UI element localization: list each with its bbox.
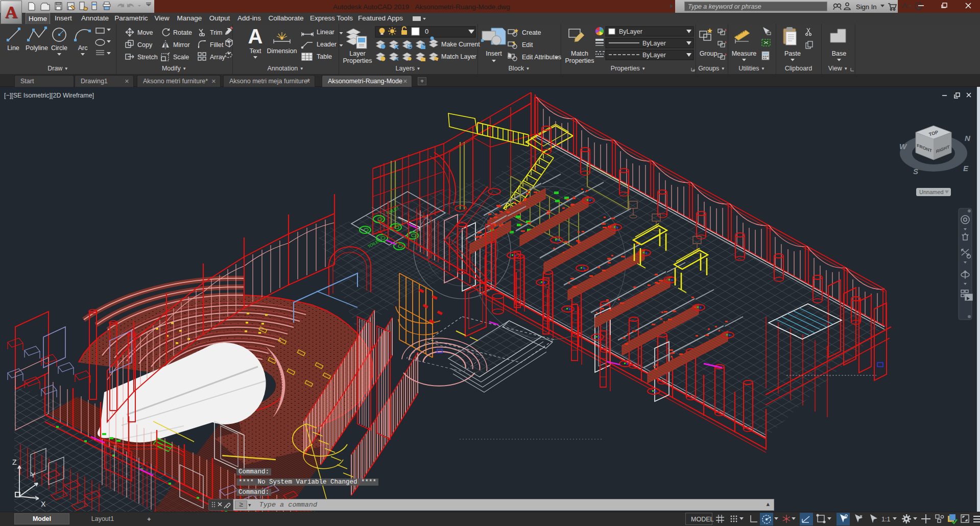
svg-text:Measure: Measure <box>732 50 757 57</box>
svg-text:[−][SE Isometric][2D Wireframe: [−][SE Isometric][2D Wireframe] <box>4 92 94 99</box>
svg-text:X: X <box>41 500 46 508</box>
svg-text:E: E <box>963 164 969 173</box>
svg-text:0: 0 <box>425 28 428 35</box>
svg-text:Insert: Insert <box>486 50 502 57</box>
svg-text:Group: Group <box>700 50 718 57</box>
svg-text:Make Current: Make Current <box>441 41 480 48</box>
svg-text:Polyline: Polyline <box>26 44 48 52</box>
svg-text:Properties: Properties <box>565 57 594 64</box>
svg-text:Y: Y <box>31 471 36 479</box>
svg-text:A: A <box>248 25 263 47</box>
svg-text:MODEL: MODEL <box>691 516 714 523</box>
svg-text:Layer: Layer <box>349 50 365 57</box>
svg-text:Scale: Scale <box>173 54 189 61</box>
svg-text:Unnamed: Unnamed <box>919 189 944 195</box>
svg-text:Dimension: Dimension <box>267 47 297 55</box>
svg-text:ByLayer: ByLayer <box>642 52 666 59</box>
svg-text:S: S <box>913 167 918 176</box>
svg-text:Line: Line <box>7 44 19 52</box>
svg-text:Properties: Properties <box>343 57 372 64</box>
svg-text:ByLayer: ByLayer <box>619 28 642 35</box>
svg-text:Create: Create <box>522 29 541 36</box>
svg-text:Circle: Circle <box>51 44 67 52</box>
svg-text:Z: Z <box>12 458 17 466</box>
svg-text:Mirror: Mirror <box>173 41 190 49</box>
svg-text:Move: Move <box>137 29 153 36</box>
svg-text:Leader: Leader <box>317 41 337 48</box>
svg-text:Fillet: Fillet <box>210 41 224 49</box>
svg-text:Copy: Copy <box>137 41 153 49</box>
svg-text:1:1: 1:1 <box>881 516 890 523</box>
svg-text:N: N <box>965 134 971 142</box>
svg-text:ByLayer: ByLayer <box>642 40 666 47</box>
svg-text:Stretch: Stretch <box>137 54 158 61</box>
svg-text:Rotate: Rotate <box>173 29 192 36</box>
svg-text:Array: Array <box>210 54 226 61</box>
svg-text:Trim: Trim <box>210 29 223 36</box>
svg-text:W: W <box>899 142 907 151</box>
svg-text:Text: Text <box>250 47 261 55</box>
svg-text:Paste: Paste <box>784 50 801 57</box>
svg-text:Table: Table <box>317 53 332 60</box>
svg-text:Match Layer: Match Layer <box>441 53 476 60</box>
svg-text:Arc: Arc <box>78 44 88 52</box>
svg-text:Match: Match <box>571 50 588 57</box>
svg-text:Base: Base <box>832 50 847 57</box>
svg-text:Edit: Edit <box>522 41 533 49</box>
svg-text:Linear: Linear <box>317 29 334 36</box>
